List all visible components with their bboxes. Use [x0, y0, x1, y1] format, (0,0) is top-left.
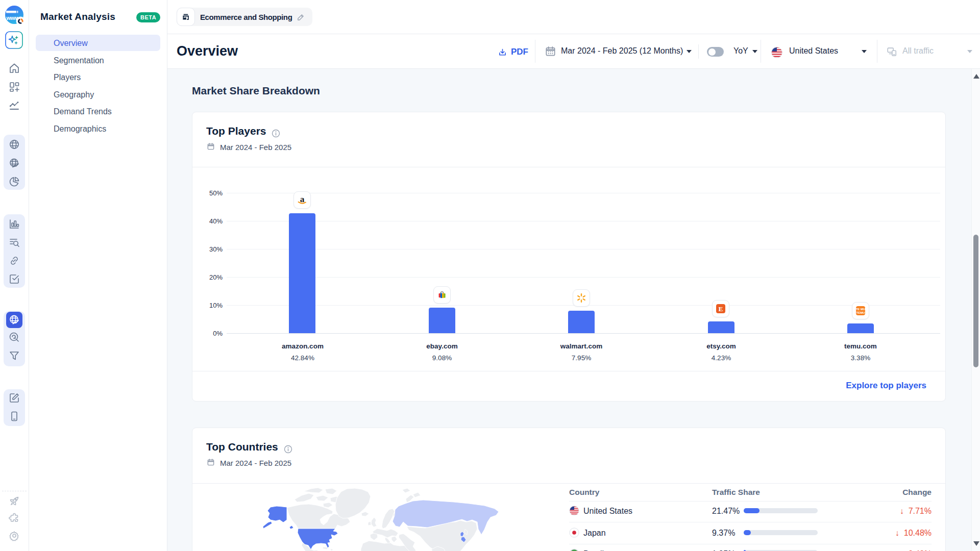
- svg-text:TEMU: TEMU: [856, 311, 865, 314]
- svg-text:TE MU: TE MU: [856, 308, 866, 311]
- svg-text:E: E: [718, 305, 723, 313]
